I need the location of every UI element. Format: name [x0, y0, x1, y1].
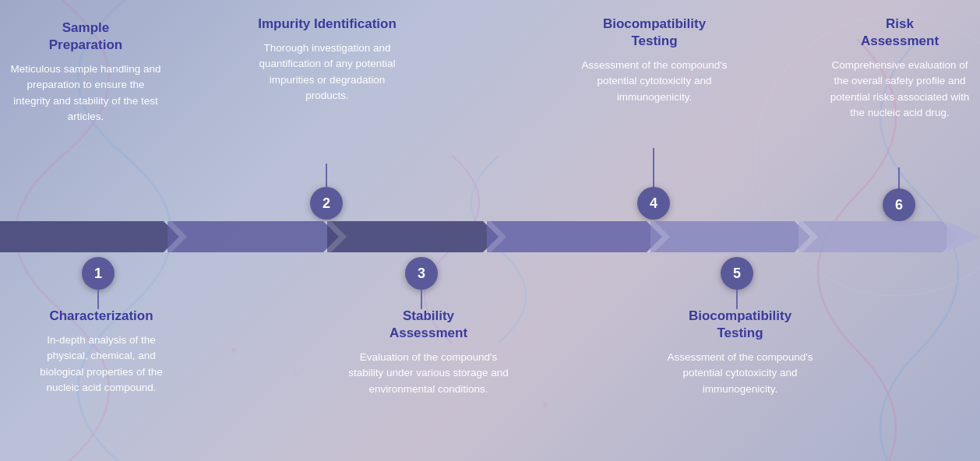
step-5-number: 5: [721, 257, 753, 290]
svg-marker-15: [167, 221, 339, 252]
svg-marker-14: [0, 221, 179, 252]
step-1-desc: In-depth analysis of the physical, chemi…: [26, 333, 178, 396]
step-1-number: 1: [82, 257, 115, 290]
step-1-title: Characterization: [49, 308, 153, 325]
step-6-desc: Comprehensive evaluation of the overall …: [824, 58, 976, 121]
svg-marker-16: [327, 221, 499, 252]
step-sample-prep-title: SamplePreparation: [49, 19, 122, 54]
step-5-desc: Assessment of the compound's potential c…: [658, 350, 822, 397]
step-4-connector-line: [653, 148, 654, 187]
step-3-connector-line: [421, 290, 422, 309]
step-3-number: 3: [405, 257, 438, 290]
step-6-connector-line: [898, 167, 900, 188]
step-1-bottom: Characterization In-depth analysis of th…: [23, 308, 179, 396]
step-sample-prep-top: SamplePreparation Meticulous sample hand…: [8, 19, 164, 125]
step-2-desc: Thorough investigation and quantificatio…: [249, 40, 405, 104]
step-1-connector-line: [97, 290, 99, 309]
step-4-number: 4: [637, 187, 670, 220]
step-3-desc: Evaluation of the compound's stability u…: [347, 350, 510, 397]
step-4-desc: Assessment of the compound's potential c…: [576, 58, 732, 105]
step-6-title: RiskAssessment: [861, 16, 939, 50]
step-2-connector-line: [326, 164, 327, 187]
svg-marker-19: [798, 221, 958, 252]
step-4-title: BiocompatibilityTesting: [603, 16, 706, 50]
step-5-bottom: BiocompatibilityTesting Assessment of th…: [654, 308, 826, 397]
step-sample-prep-desc: Meticulous sample handling and preparati…: [10, 62, 162, 125]
step-4-top: BiocompatibilityTesting Assessment of th…: [569, 16, 740, 105]
step-3-title: StabilityAssessment: [390, 308, 467, 342]
step-5-connector-line: [736, 290, 738, 309]
step-6-text: RiskAssessment Comprehensive evaluation …: [822, 16, 978, 121]
step-2-title: Impurity Identification: [258, 16, 397, 33]
step-6-number: 6: [883, 188, 915, 221]
step-2-top: Impurity Identification Thorough investi…: [241, 16, 413, 104]
step-3-bottom: StabilityAssessment Evaluation of the co…: [343, 308, 514, 397]
step-5-title: BiocompatibilityTesting: [689, 308, 791, 342]
arrow-bar: [0, 218, 980, 255]
step-2-number: 2: [310, 187, 343, 220]
svg-marker-20: [947, 221, 980, 252]
svg-marker-17: [487, 221, 662, 252]
svg-marker-18: [650, 221, 810, 252]
